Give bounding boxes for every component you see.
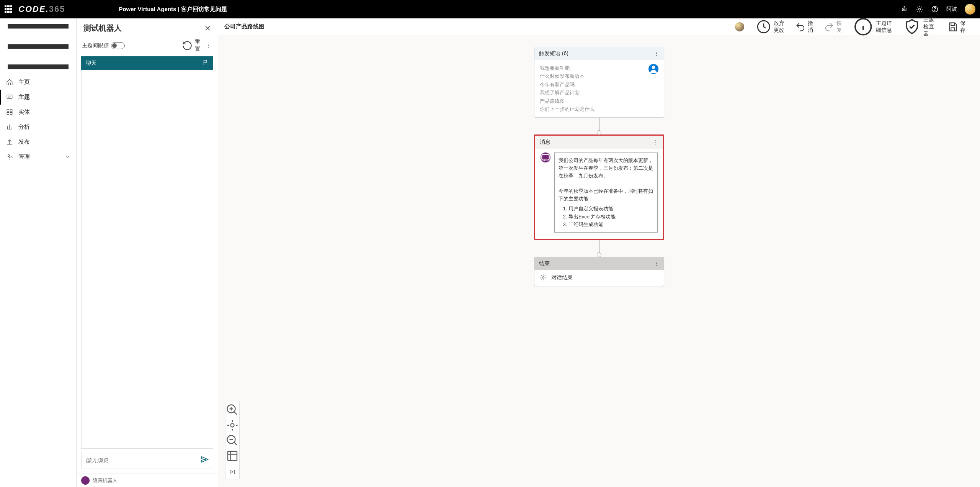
nav-item-analytics[interactable]: 分析 (0, 120, 76, 134)
message-title: 消息 (540, 139, 550, 146)
zoom-in-icon[interactable] (225, 402, 239, 418)
node-more-icon[interactable]: ⋮ (654, 51, 659, 57)
nav-item-entities[interactable]: 实体 (0, 105, 76, 120)
message-node-selected[interactable]: 消息⋮ 我们公司的产品每年有两次大的版本更新，第一次发生在春季，三月份发布；第二… (534, 134, 664, 240)
bot-chip-icon (81, 476, 90, 485)
test-panel-title: 测试机器人 (83, 23, 204, 33)
svg-point-2 (905, 9, 905, 10)
app-title: Power Virtual Agents | 客户回访常见问题 (119, 6, 227, 13)
chat-tab-label: 聊天 (86, 60, 96, 67)
entities-icon (6, 108, 13, 115)
home-icon (6, 79, 13, 85)
close-icon[interactable]: ✕ (204, 24, 211, 33)
end-title: 结束 (539, 260, 550, 267)
trigger-node[interactable]: 触发短语 (6)⋮ 我想要新功能 什么时候发布新版本 今年有新产品吗 我想了解产… (534, 47, 664, 118)
svg-rect-8 (7, 109, 9, 111)
svg-rect-9 (10, 109, 12, 111)
topic-name: 公司产品路线图 (224, 23, 265, 30)
end-label: 对话结束 (551, 274, 573, 281)
canvas-body[interactable]: 触发短语 (6)⋮ 我想要新功能 什么时候发布新版本 今年有新产品吗 我想了解产… (218, 35, 980, 487)
nav-toggle-icon[interactable] (0, 18, 76, 75)
nav-label: 发布 (18, 138, 30, 146)
chat-tab[interactable]: 聊天 (81, 56, 213, 70)
track-toggle-row: 主题间跟踪 (82, 42, 125, 49)
end-icon (540, 274, 547, 282)
svg-rect-0 (902, 8, 906, 11)
message-text[interactable]: 我们公司的产品每年有两次大的版本更新，第一次发生在春季，三月份发布；第二次是在秋… (554, 152, 658, 233)
user-icon (648, 64, 658, 74)
svg-rect-10 (7, 113, 9, 115)
svg-rect-20 (228, 451, 237, 461)
chat-input[interactable] (85, 457, 201, 464)
trigger-phrases: 我想要新功能 什么时候发布新版本 今年有新产品吗 我想了解产品计划 产品路线图 … (540, 64, 645, 113)
bot-avatar-icon[interactable] (735, 22, 744, 31)
publish-icon (6, 138, 13, 145)
username: 阿波 (946, 6, 957, 13)
nav-item-publish[interactable]: 发布 (0, 134, 76, 149)
nav-item-topics[interactable]: 主题 (0, 90, 76, 105)
chat-body (81, 70, 213, 449)
nav-label: 分析 (18, 123, 30, 131)
hide-bot-label: 隐藏机器人 (93, 477, 118, 484)
nav-label: 主页 (18, 79, 30, 86)
logo: CODE.365 (18, 4, 65, 14)
help-icon[interactable] (931, 5, 939, 13)
nav-rail: 主页 主题 实体 分析 发布 管理 (0, 18, 77, 487)
connector (599, 118, 599, 134)
redo-button: 恢复 (821, 18, 846, 36)
reset-button[interactable]: 重置 (182, 39, 201, 52)
track-label: 主题间跟踪 (82, 42, 109, 49)
chevron-down-icon (65, 154, 70, 160)
svg-point-6 (934, 11, 935, 11)
analytics-icon (6, 123, 13, 130)
app-launcher-icon[interactable] (5, 5, 12, 13)
send-icon[interactable] (201, 455, 209, 466)
fit-icon[interactable] (225, 418, 239, 433)
manage-icon (6, 153, 13, 160)
bot-message-icon (541, 152, 550, 162)
nav-label: 实体 (18, 108, 30, 116)
settings-icon[interactable] (916, 5, 923, 13)
canvas-area: 公司产品路线图 放弃更改 撤消 恢复 主题详细信息 主题检查器 保存 触发短语 … (218, 18, 980, 487)
node-more-icon[interactable]: ⋮ (654, 261, 659, 267)
svg-rect-15 (542, 154, 549, 160)
nav-label: 管理 (18, 153, 30, 161)
hide-bot-row[interactable]: 隐藏机器人 (77, 474, 218, 487)
nav-item-home[interactable]: 主页 (0, 75, 76, 90)
zoom-controls: {x} (225, 402, 240, 479)
connector (599, 240, 599, 257)
flag-icon (203, 59, 209, 67)
svg-point-14 (652, 66, 655, 69)
track-toggle[interactable] (111, 42, 125, 49)
end-node[interactable]: 结束⋮ 对话结束 (534, 257, 664, 286)
bot-icon[interactable] (900, 5, 908, 13)
trigger-title: 触发短语 (6) (539, 50, 568, 57)
chat-input-row (81, 452, 213, 469)
nav-label: 主题 (18, 93, 30, 101)
svg-point-16 (542, 277, 544, 279)
svg-rect-11 (10, 113, 12, 115)
canvas-header: 公司产品路线图 放弃更改 撤消 恢复 主题详细信息 主题检查器 保存 (218, 18, 980, 35)
variables-icon[interactable]: {x} (225, 464, 239, 479)
zoom-out-icon[interactable] (225, 433, 239, 448)
reset-label: 重置 (195, 39, 201, 52)
svg-point-3 (904, 7, 905, 7)
user-avatar[interactable] (965, 4, 975, 15)
svg-point-18 (231, 424, 234, 427)
node-more-icon[interactable]: ⋮ (653, 139, 658, 145)
topics-icon (6, 93, 13, 100)
save-button[interactable]: 保存 (944, 18, 969, 36)
svg-rect-7 (7, 95, 12, 99)
undo-button[interactable]: 撤消 (792, 18, 817, 36)
svg-point-4 (919, 8, 921, 10)
discard-button[interactable]: 放弃更改 (753, 16, 788, 37)
nav-item-manage[interactable]: 管理 (0, 149, 76, 164)
svg-point-1 (903, 9, 904, 10)
reset-view-icon[interactable] (225, 448, 239, 464)
more-icon[interactable]: ⋮ (204, 43, 212, 49)
test-bot-panel: 测试机器人 ✕ 主题间跟踪 重置 ⋮ 聊天 隐藏机器人 (77, 18, 218, 487)
